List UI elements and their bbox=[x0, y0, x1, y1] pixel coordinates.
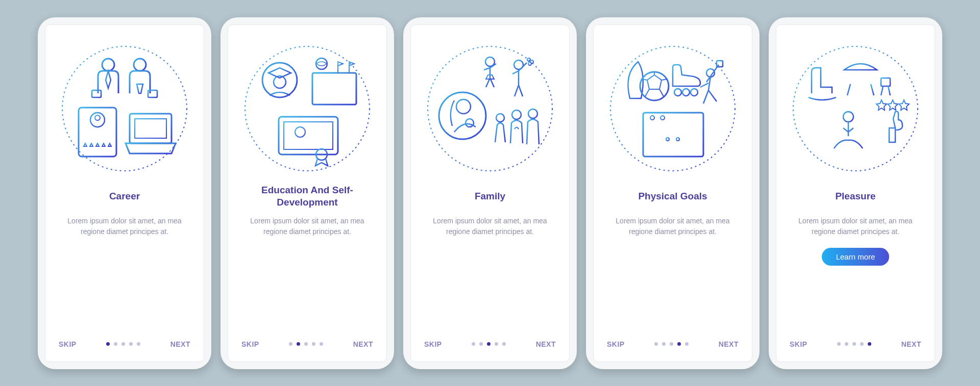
screen-title: Career bbox=[109, 184, 140, 209]
skip-button[interactable]: SKIP bbox=[424, 340, 442, 348]
svg-point-35 bbox=[528, 62, 531, 65]
dot bbox=[495, 342, 498, 346]
dot bbox=[670, 342, 673, 346]
svg-point-45 bbox=[682, 89, 690, 96]
skip-button[interactable]: SKIP bbox=[59, 340, 77, 348]
svg-point-37 bbox=[512, 110, 521, 119]
screen-title: Physical Goals bbox=[638, 184, 707, 209]
page-indicator bbox=[289, 342, 323, 346]
skip-button[interactable]: SKIP bbox=[241, 340, 259, 348]
svg-point-56 bbox=[666, 138, 669, 141]
phone-frame: Physical Goals Lorem ipsum dolor sit ame… bbox=[586, 17, 760, 369]
svg-point-7 bbox=[95, 115, 100, 120]
onboarding-screen-career: Career Lorem ipsum dolor sit amet, an me… bbox=[45, 24, 204, 362]
page-indicator bbox=[472, 342, 506, 346]
dot bbox=[837, 342, 841, 346]
svg-point-57 bbox=[676, 138, 679, 141]
page-indicator bbox=[837, 342, 871, 346]
svg-point-23 bbox=[295, 127, 305, 137]
svg-point-52 bbox=[650, 116, 654, 120]
dot bbox=[312, 342, 315, 346]
onboarding-footer: SKIP NEXT bbox=[45, 340, 204, 348]
onboarding-footer: SKIP NEXT bbox=[228, 340, 386, 348]
dot bbox=[487, 342, 491, 346]
dot bbox=[137, 342, 140, 346]
svg-point-68 bbox=[843, 112, 853, 122]
next-button[interactable]: NEXT bbox=[719, 340, 739, 348]
svg-point-20 bbox=[316, 58, 327, 69]
svg-line-67 bbox=[888, 86, 890, 95]
education-icon bbox=[241, 42, 374, 175]
screen-description: Lorem ipsum dolor sit amet, an mea regio… bbox=[243, 216, 371, 238]
dot bbox=[845, 342, 848, 346]
dot bbox=[685, 342, 689, 346]
svg-rect-2 bbox=[92, 90, 101, 97]
svg-point-54 bbox=[660, 116, 665, 120]
next-button[interactable]: NEXT bbox=[353, 340, 373, 348]
phone-frame: Education And Self-Development Lorem ips… bbox=[220, 17, 394, 369]
svg-rect-10 bbox=[135, 119, 166, 138]
family-icon bbox=[424, 42, 556, 175]
screen-title: Education And Self-Development bbox=[239, 184, 375, 209]
dot bbox=[320, 342, 323, 346]
svg-point-0 bbox=[62, 46, 187, 171]
dot bbox=[677, 342, 681, 346]
screen-description: Lorem ipsum dolor sit amet, an mea regio… bbox=[792, 216, 919, 238]
dot bbox=[114, 342, 117, 346]
svg-line-63 bbox=[847, 84, 850, 95]
learn-more-button[interactable]: Learn more bbox=[822, 248, 890, 266]
svg-point-44 bbox=[674, 89, 681, 96]
onboarding-screen-education: Education And Self-Development Lorem ips… bbox=[228, 24, 387, 362]
page-indicator bbox=[654, 342, 689, 346]
dot bbox=[297, 342, 300, 346]
svg-rect-15 bbox=[312, 73, 356, 105]
screen-description: Lorem ipsum dolor sit amet, an mea regio… bbox=[61, 216, 188, 238]
phone-frame: Career Lorem ipsum dolor sit amet, an me… bbox=[38, 17, 211, 369]
next-button[interactable]: NEXT bbox=[170, 340, 190, 348]
pleasure-icon bbox=[789, 42, 922, 175]
skip-button[interactable]: SKIP bbox=[790, 340, 807, 348]
dot bbox=[860, 342, 864, 346]
onboarding-footer: SKIP NEXT bbox=[594, 340, 752, 348]
onboarding-screen-pleasure: Pleasure Lorem ipsum dolor sit amet, an … bbox=[776, 24, 935, 362]
svg-line-66 bbox=[881, 86, 883, 95]
dot bbox=[129, 342, 133, 346]
dot bbox=[868, 342, 871, 346]
skip-button[interactable]: SKIP bbox=[607, 340, 625, 348]
next-button[interactable]: NEXT bbox=[901, 340, 921, 348]
screen-description: Lorem ipsum dolor sit amet, an mea regio… bbox=[426, 216, 554, 238]
svg-point-3 bbox=[134, 59, 146, 71]
dot bbox=[479, 342, 483, 346]
onboarding-footer: SKIP NEXT bbox=[776, 340, 935, 348]
onboarding-screen-family: Family Lorem ipsum dolor sit amet, an me… bbox=[410, 24, 570, 362]
onboarding-footer: SKIP NEXT bbox=[411, 340, 569, 348]
dot bbox=[304, 342, 308, 346]
next-button[interactable]: NEXT bbox=[536, 340, 556, 348]
onboarding-screen-physical: Physical Goals Lorem ipsum dolor sit ame… bbox=[593, 24, 752, 362]
screen-description: Lorem ipsum dolor sit amet, an mea regio… bbox=[609, 216, 737, 238]
svg-point-29 bbox=[456, 99, 471, 114]
dot bbox=[502, 342, 506, 346]
dot bbox=[662, 342, 666, 346]
screen-title: Family bbox=[475, 184, 505, 209]
svg-line-64 bbox=[871, 84, 874, 95]
svg-rect-9 bbox=[130, 114, 172, 143]
dot bbox=[472, 342, 475, 346]
svg-point-46 bbox=[691, 89, 698, 96]
svg-rect-21 bbox=[279, 117, 338, 155]
dot bbox=[121, 342, 125, 346]
dot bbox=[289, 342, 292, 346]
svg-point-43 bbox=[640, 72, 669, 100]
svg-point-58 bbox=[793, 46, 918, 171]
screen-title: Pleasure bbox=[835, 184, 875, 209]
svg-point-36 bbox=[496, 114, 504, 122]
phone-frame: Pleasure Lorem ipsum dolor sit amet, an … bbox=[769, 17, 942, 369]
page-indicator bbox=[106, 342, 140, 346]
dot bbox=[106, 342, 110, 346]
dot bbox=[852, 342, 856, 346]
dot bbox=[654, 342, 658, 346]
svg-point-33 bbox=[527, 58, 530, 61]
svg-rect-65 bbox=[881, 78, 890, 86]
svg-point-38 bbox=[528, 109, 537, 118]
physical-goals-icon bbox=[606, 42, 739, 175]
